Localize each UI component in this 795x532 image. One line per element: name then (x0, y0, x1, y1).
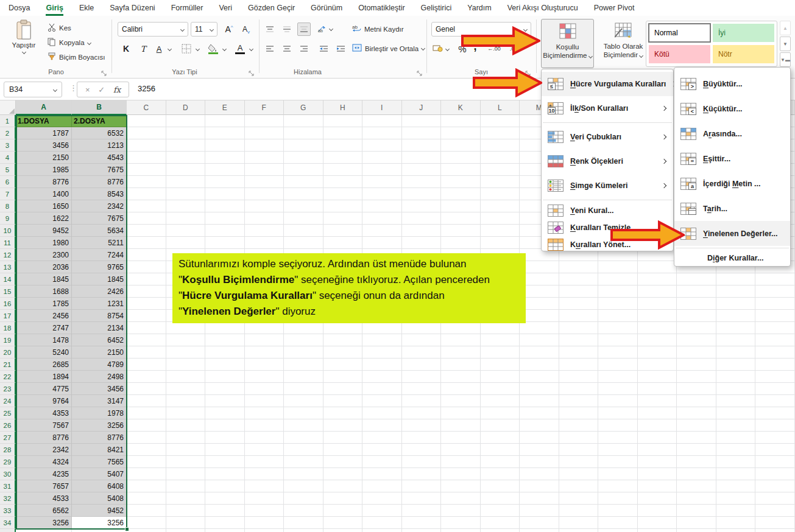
cell-Q32[interactable] (677, 492, 716, 505)
cell-G33[interactable] (284, 505, 323, 517)
cell-B13[interactable]: 9765 (72, 261, 127, 273)
gallery-scroll-up-button[interactable]: ▲ (780, 21, 791, 35)
cell-R24[interactable] (716, 395, 756, 407)
cell-B25[interactable]: 1978 (72, 407, 127, 419)
cell-N28[interactable] (559, 444, 599, 456)
cell-H28[interactable] (323, 444, 363, 456)
cell-F8[interactable] (245, 200, 284, 212)
cell-G29[interactable] (284, 456, 323, 468)
cell-R32[interactable] (716, 492, 756, 505)
cell-B26[interactable]: 3256 (72, 419, 127, 432)
increase-indent-button[interactable] (334, 42, 347, 55)
cell-R29[interactable] (716, 456, 756, 468)
fill-handle[interactable] (125, 527, 129, 531)
cell-H7[interactable] (323, 188, 363, 200)
cell-B14[interactable]: 1845 (72, 273, 127, 285)
row-header-32[interactable]: 32 (0, 492, 16, 505)
cell-C19[interactable] (127, 334, 166, 346)
borders-button[interactable] (179, 41, 194, 56)
cell-R34[interactable] (716, 517, 756, 529)
tab-sayfa-düzeni[interactable]: Sayfa Düzeni (110, 0, 155, 16)
cell-S23[interactable] (755, 383, 795, 395)
cell-D20[interactable] (166, 346, 206, 359)
cell-H24[interactable] (323, 395, 363, 407)
cell-style-nötr[interactable]: Nötr (713, 45, 774, 63)
cell-E32[interactable] (205, 492, 245, 505)
cell-Q18[interactable] (677, 322, 716, 334)
cell-J29[interactable] (402, 456, 442, 468)
cell-G11[interactable] (284, 237, 323, 249)
cell-C7[interactable] (127, 188, 166, 200)
cell-E29[interactable] (205, 456, 245, 468)
cell-S14[interactable] (755, 273, 795, 285)
align-top-button[interactable] (263, 23, 277, 36)
cell-O26[interactable] (598, 419, 638, 432)
cell-B5[interactable]: 7675 (72, 164, 127, 176)
cell-L4[interactable] (481, 152, 520, 164)
conditional-formatting-button[interactable]: Koşullu Biçimlendirme (541, 19, 594, 68)
cell-A10[interactable]: 9452 (16, 225, 72, 237)
cell-G21[interactable] (284, 359, 323, 371)
cell-P14[interactable] (638, 273, 677, 285)
menu-item-tarih-[interactable]: Tarih... (674, 196, 790, 221)
cell-H32[interactable] (323, 492, 363, 505)
cell-O15[interactable] (598, 285, 638, 298)
cell-A6[interactable]: 8776 (16, 176, 72, 188)
cell-L9[interactable] (481, 212, 520, 225)
menu-item-yinelenen-değerler-[interactable]: Yinelenen Değerler... (674, 221, 790, 246)
cell-K31[interactable] (441, 480, 481, 492)
cell-H19[interactable] (323, 334, 363, 346)
cell-I21[interactable] (362, 359, 402, 371)
cell-O13[interactable] (598, 261, 638, 273)
cell-L23[interactable] (481, 383, 520, 395)
cell-M22[interactable] (520, 371, 559, 383)
column-header-e[interactable]: E (205, 100, 245, 115)
cell-M32[interactable] (520, 492, 559, 505)
cell-I11[interactable] (362, 237, 402, 249)
cell-L3[interactable] (481, 139, 520, 152)
cell-F34[interactable] (245, 517, 284, 529)
cell-A16[interactable]: 1785 (16, 298, 72, 310)
cell-H25[interactable] (323, 407, 363, 419)
cell-P25[interactable] (638, 407, 677, 419)
cell-D11[interactable] (166, 237, 206, 249)
cell-K2[interactable] (441, 127, 481, 139)
cell-M28[interactable] (520, 444, 559, 456)
cell-H30[interactable] (323, 468, 363, 480)
cell-E35[interactable] (205, 529, 245, 532)
cell-J22[interactable] (402, 371, 442, 383)
cell-D10[interactable] (166, 225, 206, 237)
cell-H34[interactable] (323, 517, 363, 529)
cell-R23[interactable] (716, 383, 756, 395)
cell-S27[interactable] (755, 432, 795, 444)
cell-J35[interactable] (402, 529, 442, 532)
cell-K33[interactable] (441, 505, 481, 517)
cell-J11[interactable] (402, 237, 442, 249)
cell-K35[interactable] (441, 529, 481, 532)
cell-B15[interactable]: 2426 (72, 285, 127, 298)
cell-P26[interactable] (638, 419, 677, 432)
cell-N31[interactable] (559, 480, 599, 492)
cell-B31[interactable]: 6408 (72, 480, 127, 492)
column-header-f[interactable]: F (245, 100, 284, 115)
row-header-11[interactable]: 11 (0, 237, 16, 249)
cell-H33[interactable] (323, 505, 363, 517)
cell-H27[interactable] (323, 432, 363, 444)
cell-J25[interactable] (402, 407, 442, 419)
cell-E4[interactable] (205, 152, 245, 164)
cell-F25[interactable] (245, 407, 284, 419)
cell-N35[interactable] (559, 529, 599, 532)
cell-K24[interactable] (441, 395, 481, 407)
cell-H8[interactable] (323, 200, 363, 212)
cell-A26[interactable]: 7567 (16, 419, 72, 432)
cell-A23[interactable]: 4775 (16, 383, 72, 395)
cell-D35[interactable] (166, 529, 206, 532)
row-header-30[interactable]: 30 (0, 468, 16, 480)
cell-B23[interactable]: 3456 (72, 383, 127, 395)
cell-M29[interactable] (520, 456, 559, 468)
tab-yardım[interactable]: Yardım (467, 0, 491, 16)
cell-M23[interactable] (520, 383, 559, 395)
clipboard-dialog-launcher[interactable] (101, 68, 108, 75)
column-header-d[interactable]: D (166, 100, 206, 115)
cell-style-kötü[interactable]: Kötü (649, 45, 710, 63)
